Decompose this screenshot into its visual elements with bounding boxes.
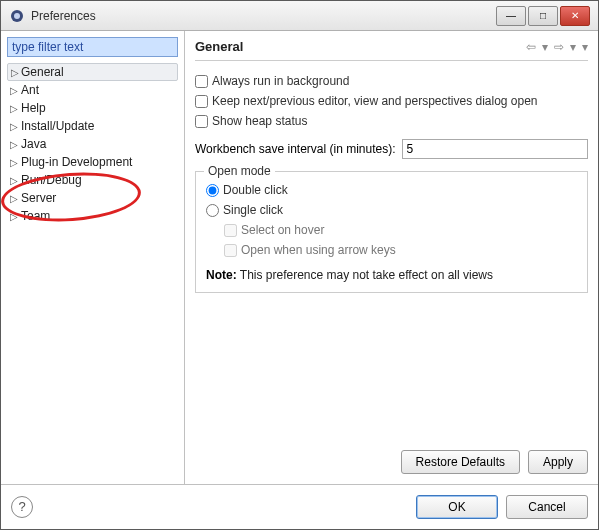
- chevron-right-icon: ▷: [9, 139, 19, 150]
- tree-item-team[interactable]: ▷Team: [7, 207, 178, 225]
- back-menu-icon[interactable]: ▾: [542, 40, 548, 54]
- chevron-right-icon: ▷: [9, 175, 19, 186]
- apply-button[interactable]: Apply: [528, 450, 588, 474]
- chevron-right-icon: ▷: [9, 157, 19, 168]
- check-show-heap[interactable]: Show heap status: [195, 111, 588, 131]
- help-icon[interactable]: ?: [11, 496, 33, 518]
- tree-item-server[interactable]: ▷Server: [7, 189, 178, 207]
- forward-menu-icon[interactable]: ▾: [570, 40, 576, 54]
- ok-button[interactable]: OK: [416, 495, 498, 519]
- app-icon: [9, 8, 25, 24]
- tree-item-plugin-dev[interactable]: ▷Plug-in Development: [7, 153, 178, 171]
- forward-icon[interactable]: ⇨: [554, 40, 564, 54]
- main-header: General ⇦ ▾ ⇨ ▾ ▾: [195, 39, 588, 61]
- chevron-right-icon: ▷: [9, 211, 19, 222]
- menu-icon[interactable]: ▾: [582, 40, 588, 54]
- openmode-legend: Open mode: [204, 164, 275, 178]
- back-icon[interactable]: ⇦: [526, 40, 536, 54]
- chevron-right-icon: ▷: [9, 85, 19, 96]
- radio-double-click[interactable]: Double click: [206, 180, 577, 200]
- window-title: Preferences: [31, 9, 496, 23]
- chevron-right-icon: ▷: [10, 67, 20, 78]
- tree-item-run-debug[interactable]: ▷Run/Debug: [7, 171, 178, 189]
- svg-point-1: [14, 13, 20, 19]
- close-button[interactable]: ✕: [560, 6, 590, 26]
- tree-item-ant[interactable]: ▷Ant: [7, 81, 178, 99]
- chevron-right-icon: ▷: [9, 193, 19, 204]
- check-always-bg[interactable]: Always run in background: [195, 71, 588, 91]
- check-select-hover[interactable]: Select on hover: [224, 220, 577, 240]
- minimize-button[interactable]: —: [496, 6, 526, 26]
- interval-row: Workbench save interval (in minutes):: [195, 139, 588, 159]
- check-open-arrow[interactable]: Open when using arrow keys: [224, 240, 577, 260]
- openmode-group: Open mode Double click Single click Sele…: [195, 171, 588, 293]
- titlebar[interactable]: Preferences — □ ✕: [1, 1, 598, 31]
- window-controls: — □ ✕: [496, 6, 590, 26]
- sidebar: ▷General ▷Ant ▷Help ▷Install/Update ▷Jav…: [1, 31, 185, 484]
- filter-input[interactable]: [7, 37, 178, 57]
- nav-tree: ▷General ▷Ant ▷Help ▷Install/Update ▷Jav…: [7, 63, 178, 225]
- page-buttons: Restore Defaults Apply: [195, 450, 588, 474]
- tree-item-install-update[interactable]: ▷Install/Update: [7, 117, 178, 135]
- footer: ? OK Cancel: [1, 484, 598, 529]
- tree-item-help[interactable]: ▷Help: [7, 99, 178, 117]
- radio-single-click[interactable]: Single click: [206, 200, 577, 220]
- interval-field[interactable]: [402, 139, 588, 159]
- main-panel: General ⇦ ▾ ⇨ ▾ ▾ Always run in backgrou…: [185, 31, 598, 484]
- restore-defaults-button[interactable]: Restore Defaults: [401, 450, 520, 474]
- content-area: ▷General ▷Ant ▷Help ▷Install/Update ▷Jav…: [1, 31, 598, 484]
- preferences-window: Preferences — □ ✕ ▷General ▷Ant ▷Help ▷I…: [0, 0, 599, 530]
- check-keep-next[interactable]: Keep next/previous editor, view and pers…: [195, 91, 588, 111]
- nav-icons: ⇦ ▾ ⇨ ▾ ▾: [526, 40, 588, 54]
- chevron-right-icon: ▷: [9, 121, 19, 132]
- cancel-button[interactable]: Cancel: [506, 495, 588, 519]
- tree-item-java[interactable]: ▷Java: [7, 135, 178, 153]
- chevron-right-icon: ▷: [9, 103, 19, 114]
- page-title: General: [195, 39, 526, 54]
- note-row: Note: This preference may not take effec…: [206, 268, 577, 282]
- maximize-button[interactable]: □: [528, 6, 558, 26]
- tree-item-general[interactable]: ▷General: [7, 63, 178, 81]
- interval-label: Workbench save interval (in minutes):: [195, 142, 396, 156]
